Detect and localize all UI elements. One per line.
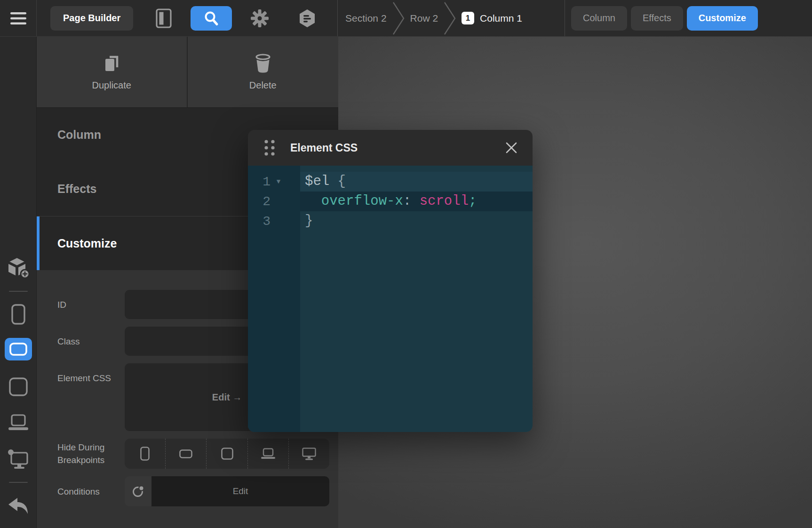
hide-laptop-toggle[interactable] xyxy=(247,439,288,469)
hide-tablet-toggle[interactable] xyxy=(206,439,247,469)
code-line-1[interactable]: $el { xyxy=(300,172,533,192)
css-code-editor[interactable]: 1▼ 2 3 $el { overflow-x: scroll; } xyxy=(248,166,533,432)
column-index-badge: 1 xyxy=(462,12,474,24)
breadcrumb: Section 2 Row 2 1 Column 1 xyxy=(338,0,565,36)
cube-plus-icon xyxy=(7,257,30,279)
delete-button[interactable]: Delete xyxy=(188,37,339,107)
code-line-2[interactable]: overflow-x: scroll; xyxy=(300,192,533,211)
search-icon xyxy=(203,10,219,26)
delete-label: Delete xyxy=(249,80,277,91)
editor-code-area[interactable]: $el { overflow-x: scroll; } xyxy=(300,166,533,432)
page-builder-button[interactable]: Page Builder xyxy=(50,6,133,31)
modal-title: Element CSS xyxy=(290,142,358,154)
drag-dots-icon xyxy=(263,138,276,157)
chevron-separator-icon xyxy=(391,0,406,36)
undo-arrow-icon xyxy=(8,497,29,516)
id-label: ID xyxy=(57,298,125,311)
breakpoint-desktop-button[interactable] xyxy=(8,449,29,470)
breadcrumb-column-label: Column 1 xyxy=(480,13,522,24)
search-button[interactable] xyxy=(191,6,232,31)
tab-customize[interactable]: Customize xyxy=(687,6,758,31)
desktop-icon xyxy=(302,448,316,460)
drag-handle[interactable] xyxy=(261,136,278,159)
breadcrumb-column[interactable]: 1 Column 1 xyxy=(462,12,522,24)
breakpoint-laptop-button[interactable] xyxy=(8,414,29,431)
hamburger-icon xyxy=(10,11,27,25)
trash-icon xyxy=(254,54,272,73)
hide-phone-landscape-toggle[interactable] xyxy=(165,439,206,469)
hide-desktop-toggle[interactable] xyxy=(288,439,329,469)
laptop-icon xyxy=(8,414,29,431)
phone-landscape-icon xyxy=(9,343,27,356)
element-css-label: Element CSS xyxy=(57,363,125,384)
sidebar-toggle-button[interactable] xyxy=(156,8,172,28)
chevron-separator-icon xyxy=(443,0,457,36)
add-element-button[interactable] xyxy=(7,257,30,279)
sidebar-toggle-icon xyxy=(156,8,172,28)
desktop-with-dot-icon xyxy=(8,449,29,470)
tab-effects[interactable]: Effects xyxy=(631,6,683,31)
tablet-icon xyxy=(221,448,233,460)
code-line-3[interactable]: } xyxy=(300,211,533,231)
gear-icon xyxy=(251,9,269,27)
settings-tabs: Column Effects Customize xyxy=(565,0,812,36)
gutter-line-3: 3 xyxy=(248,211,300,231)
gutter-line-2: 2 xyxy=(248,192,300,211)
phone-portrait-icon xyxy=(11,304,25,325)
breakpoint-phone-portrait-button[interactable] xyxy=(11,304,25,325)
line-number: 2 xyxy=(248,194,271,209)
page-builder-app: Page Builder xyxy=(0,0,812,528)
main-menu xyxy=(0,0,37,36)
hide-breakpoints-field-row: Hide During Breakpoints xyxy=(57,439,329,469)
breakpoint-phone-landscape-button-active[interactable] xyxy=(5,338,32,360)
element-actions: Duplicate Delete xyxy=(37,37,338,108)
duplicate-label: Duplicate xyxy=(92,80,131,91)
hamburger-menu-button[interactable] xyxy=(10,11,27,25)
element-css-modal: Element CSS 1▼ 2 3 $el { xyxy=(248,130,533,432)
editor-gutter: 1▼ 2 3 xyxy=(248,166,300,432)
layers-hexagon-icon xyxy=(299,9,316,28)
hide-breakpoints-control xyxy=(125,439,329,469)
gutter-line-1: 1▼ xyxy=(248,172,300,192)
tab-column[interactable]: Column xyxy=(571,6,627,31)
duplicate-button[interactable]: Duplicate xyxy=(37,37,188,107)
breadcrumb-row[interactable]: Row 2 xyxy=(410,13,438,24)
conditions-icon-button[interactable] xyxy=(125,476,151,506)
hide-breakpoints-label: Hide During Breakpoints xyxy=(57,441,125,466)
modal-header: Element CSS xyxy=(248,130,533,166)
conditions-control: Edit xyxy=(125,476,329,506)
conditions-field-row: Conditions Edit xyxy=(57,476,329,506)
class-label: Class xyxy=(57,335,125,348)
left-icon-rail xyxy=(0,37,37,528)
conditions-edit-button[interactable]: Edit xyxy=(151,476,329,506)
library-button[interactable] xyxy=(299,9,316,28)
phone-portrait-icon xyxy=(140,447,150,461)
modal-close-button[interactable] xyxy=(502,139,520,157)
breadcrumb-section[interactable]: Section 2 xyxy=(345,13,387,24)
line-number: 1 xyxy=(248,175,271,189)
duplicate-icon xyxy=(102,54,121,73)
close-icon xyxy=(505,142,517,154)
top-toolbar: Page Builder xyxy=(0,0,812,37)
fold-arrow-icon[interactable]: ▼ xyxy=(271,178,287,185)
undo-button[interactable] xyxy=(8,497,29,516)
conditions-label: Conditions xyxy=(57,485,125,498)
rail-divider xyxy=(9,482,28,483)
rail-divider xyxy=(9,291,28,292)
line-number: 3 xyxy=(248,214,271,229)
laptop-icon xyxy=(261,448,276,459)
hide-phone-portrait-toggle[interactable] xyxy=(125,439,165,469)
phone-landscape-icon xyxy=(179,449,192,458)
tablet-icon xyxy=(9,377,28,396)
breakpoint-tablet-button[interactable] xyxy=(9,377,28,396)
settings-button[interactable] xyxy=(251,9,269,27)
builder-tools: Page Builder xyxy=(37,0,338,36)
condition-circle-dot-icon xyxy=(132,485,145,498)
